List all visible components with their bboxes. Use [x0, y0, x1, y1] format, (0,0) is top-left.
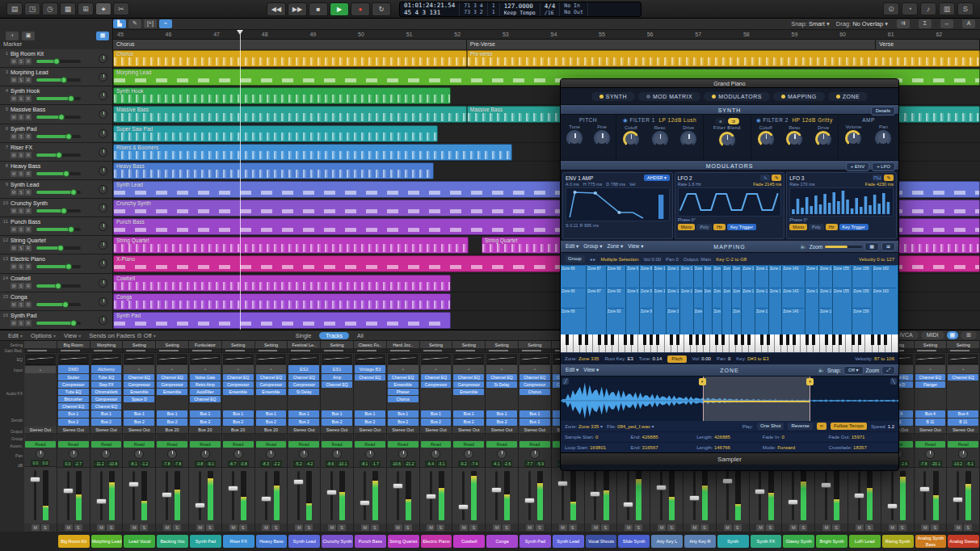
- strip-setting-button[interactable]: Setting: [255, 341, 288, 349]
- strip-pan-knob[interactable]: [530, 449, 540, 459]
- strip-mute-button[interactable]: M: [822, 524, 831, 531]
- zone-cell[interactable]: Zone 123: [723, 265, 730, 271]
- fx-slot[interactable]: Chorus: [519, 389, 550, 395]
- fader-handle[interactable]: [195, 503, 205, 508]
- zone-cell[interactable]: Zone 114: [705, 265, 712, 271]
- fx-slot[interactable]: Channel EQ: [223, 374, 254, 381]
- strip-track-label[interactable]: Synth: [717, 535, 749, 548]
- automation-mode-button[interactable]: Read: [25, 441, 56, 448]
- eq-thumbnail[interactable]: [322, 354, 352, 365]
- zone-column[interactable]: Zone 66Zone 66Zone 66: [561, 265, 587, 334]
- plugin-tab-modulators[interactable]: MODULATORS: [704, 92, 770, 101]
- volume-slider[interactable]: [36, 116, 81, 119]
- env-mode-select[interactable]: AHDSR ▾: [644, 175, 670, 181]
- zone-column[interactable]: Zone 118Zone 118Zone 118: [713, 265, 722, 334]
- mapping-menu-zone[interactable]: Zone ▾: [607, 243, 623, 250]
- region[interactable]: Cowbell: [113, 275, 451, 292]
- send-slot[interactable]: Bus 2: [256, 419, 287, 426]
- region[interactable]: Super Saw Pad: [113, 125, 438, 142]
- pan-knob[interactable]: [99, 185, 107, 194]
- editors-icon[interactable]: ⌖: [95, 2, 111, 15]
- fader-handle[interactable]: [360, 500, 370, 506]
- fader-handle[interactable]: [96, 498, 107, 504]
- strip-pan-knob[interactable]: [925, 449, 935, 459]
- status-pan[interactable]: 0: [728, 356, 730, 361]
- ruler-number[interactable]: 46: [166, 32, 172, 37]
- mixer-strip[interactable]: Setting◦Channel EQSt DelayBus 1Bus 2Ster…: [486, 341, 519, 532]
- strip-track-label[interactable]: Electric Piano: [421, 535, 452, 548]
- strip-track-label[interactable]: Arty Key R: [684, 535, 716, 548]
- volume-slider[interactable]: [36, 191, 81, 194]
- strip-solo-button[interactable]: S: [239, 524, 247, 531]
- strip-setting-button[interactable]: Big Room: [57, 341, 90, 349]
- strip-track-label[interactable]: Punch Bass: [355, 535, 386, 548]
- piano-key-black[interactable]: [578, 334, 582, 345]
- strip-track-label[interactable]: Synth FX: [751, 535, 782, 548]
- strip-setting-button[interactable]: Festival Le..: [288, 341, 320, 349]
- strip-track-label[interactable]: Morphing Lead: [91, 535, 123, 548]
- record-enable-button[interactable]: R: [25, 58, 32, 65]
- env-sustain[interactable]: S 0.11: [566, 223, 578, 228]
- fx-slot[interactable]: Ensemble: [223, 389, 254, 395]
- mixer-strip[interactable]: Setting◦Channel EQCompressorEnsembleBus …: [255, 341, 288, 532]
- send-slot[interactable]: Bus 2: [288, 419, 319, 426]
- zone-cell[interactable]: Zone 110: [695, 265, 702, 271]
- zone-cell[interactable]: Zone 66: [562, 265, 585, 271]
- tab-enable-dot[interactable]: [781, 95, 785, 99]
- env-graph[interactable]: [566, 187, 670, 221]
- send-slot[interactable]: Bus 1: [190, 410, 221, 418]
- strip-solo-button[interactable]: S: [634, 524, 642, 531]
- volume-handle[interactable]: [70, 189, 77, 196]
- group-slot[interactable]: [388, 434, 418, 440]
- zone-param[interactable]: Fade Out: 15971: [828, 435, 894, 440]
- lfo3-key-trigger-button[interactable]: Key Trigger: [839, 224, 869, 230]
- filter1-label[interactable]: FILTER 1: [629, 117, 654, 123]
- zone-menu-edit[interactable]: Edit ▾: [566, 367, 578, 373]
- pan-knob[interactable]: [99, 166, 107, 175]
- tuner-icon[interactable]: ♪: [920, 2, 936, 15]
- pointer-tool-icon[interactable]: ▙: [113, 19, 126, 28]
- zone-param[interactable]: Loop Start: 169801: [565, 445, 631, 450]
- solo-button[interactable]: S: [18, 245, 24, 251]
- mute-button[interactable]: M: [11, 263, 17, 270]
- pan-knob[interactable]: [99, 297, 107, 306]
- strip-mute-button[interactable]: M: [789, 524, 797, 531]
- fx-slot[interactable]: Compressor: [519, 381, 550, 388]
- fade-out-handle[interactable]: ╲: [890, 378, 897, 385]
- eq-thumbnail[interactable]: [157, 354, 187, 365]
- piano-key-black[interactable]: [604, 334, 608, 345]
- region[interactable]: Synth Hook: [113, 87, 451, 104]
- send-slot[interactable]: Bus 1: [421, 410, 452, 418]
- track-name[interactable]: Synth Hook: [11, 88, 40, 94]
- strip-setting-button[interactable]: Setting: [915, 341, 947, 349]
- mute-button[interactable]: M: [11, 301, 17, 308]
- strip-track-label[interactable]: LoFi Lead: [849, 535, 881, 548]
- zone-cell[interactable]: Zone 159: [853, 308, 870, 313]
- strip-mute-button[interactable]: M: [756, 524, 764, 531]
- volume-handle[interactable]: [68, 226, 74, 233]
- fx-slot[interactable]: Compressor: [157, 381, 187, 388]
- piano-key-white[interactable]: [892, 334, 898, 352]
- track-name[interactable]: Punch Bass: [11, 219, 40, 225]
- track-name[interactable]: Electric Piano: [11, 256, 45, 262]
- volume-handle[interactable]: [58, 114, 65, 120]
- strip-pan-knob[interactable]: [101, 449, 111, 459]
- fx-slot[interactable]: Channel EQ: [948, 374, 978, 381]
- strip-mute-button[interactable]: M: [493, 524, 501, 531]
- env-release[interactable]: R 995 ms: [580, 223, 599, 228]
- fx-slot[interactable]: Compressor: [58, 381, 89, 388]
- group-slot[interactable]: [288, 434, 319, 440]
- track-name[interactable]: String Quartet: [11, 238, 46, 243]
- send-slot[interactable]: Bus 1: [388, 410, 418, 418]
- strip-mute-button[interactable]: M: [361, 524, 369, 531]
- record-enable-button[interactable]: R: [25, 263, 32, 270]
- lfo2-edit-icon[interactable]: ✎: [772, 175, 781, 181]
- pan-knob[interactable]: [99, 222, 107, 231]
- lfo3-edit-icon[interactable]: ✎: [884, 175, 894, 181]
- region[interactable]: Chorus: [113, 50, 467, 67]
- strip-mute-button[interactable]: M: [856, 524, 864, 531]
- group-slot[interactable]: [58, 434, 89, 440]
- strip-mute-button[interactable]: M: [625, 524, 633, 531]
- track-header[interactable]: 8Heavy BassMSR: [0, 162, 112, 180]
- fx-slot[interactable]: Channel EQ: [58, 403, 89, 410]
